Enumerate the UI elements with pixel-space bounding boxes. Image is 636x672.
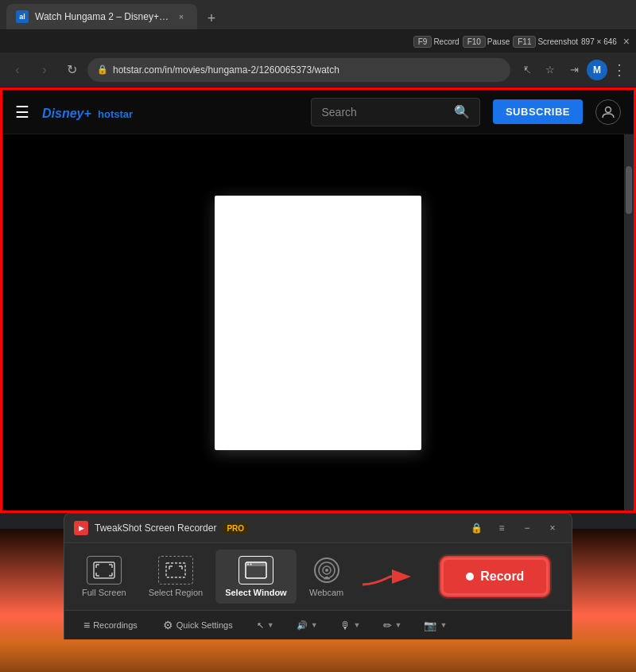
cursor-dropdown-arrow: ▼	[267, 621, 274, 629]
bottom-area: ▶ TweakShot Screen Recorder PRO 🔒 ≡ − ×	[0, 513, 636, 672]
tab-favicon: al	[16, 10, 29, 23]
hotstar-header: ☰ Disney+ hotstar Search 🔍 SUBSCRIBE	[2, 90, 634, 134]
mode-select-window[interactable]: Select Window	[215, 550, 297, 604]
subscribe-button[interactable]: SUBSCRIBE	[493, 99, 583, 124]
url-text: hotstar.com/in/movies/hungama-2/12600653…	[113, 64, 339, 76]
webcam-icon	[309, 556, 344, 585]
scrollbar-thumb[interactable]	[626, 166, 632, 214]
tab-close-btn[interactable]: ×	[175, 10, 188, 23]
recorder-titlebar: ▶ TweakShot Screen Recorder PRO 🔒 ≡ − ×	[64, 514, 572, 543]
recorder-title: TweakShot Screen Recorder	[95, 522, 216, 534]
select-window-label: Select Window	[225, 588, 287, 597]
forward-button[interactable]: ›	[33, 59, 56, 81]
shortcut-f11: F11 Screenshot	[513, 36, 578, 48]
svg-text:Disney+: Disney+	[42, 107, 91, 120]
profile-button[interactable]: M	[587, 60, 607, 80]
camera-dropdown-arrow: ▼	[440, 621, 447, 629]
svg-rect-13	[324, 578, 330, 580]
draw-dropdown-arrow: ▼	[395, 621, 402, 629]
modes-group: Full Screen	[72, 550, 354, 604]
browser-tab[interactable]: al Watch Hungama 2 – Disney+ Ho... ×	[6, 4, 197, 29]
svg-point-7	[247, 564, 249, 565]
tab-bar: al Watch Hungama 2 – Disney+ Ho... × +	[0, 0, 636, 30]
screenshot-shortcut-label: Screenshot	[537, 37, 578, 46]
record-dot-icon	[466, 573, 474, 581]
dimensions-label: 897 × 646	[581, 37, 617, 46]
address-url-bar[interactable]: 🔒 hotstar.com/in/movies/hungama-2/126006…	[87, 58, 510, 82]
lock-icon: 🔒	[97, 64, 108, 75]
user-icon-svg	[602, 106, 615, 118]
record-label: Record	[480, 569, 524, 584]
reload-button[interactable]: ↻	[60, 59, 83, 81]
select-window-icon	[238, 556, 273, 585]
new-tab-button[interactable]: +	[200, 7, 223, 29]
shortcut-bar: F9 Record F10 Pause F11 Screenshot 897 ×…	[0, 30, 636, 52]
video-area	[2, 134, 634, 511]
recordings-button[interactable]: ≡ Recordings	[77, 616, 144, 635]
audio-dropdown[interactable]: 🔊 ▼	[292, 617, 323, 634]
bookmark-button[interactable]: ☆	[539, 59, 561, 81]
website-area: ☰ Disney+ hotstar Search 🔍 SUBSCRIBE	[0, 87, 636, 513]
full-screen-icon-svg	[93, 561, 115, 579]
mode-full-screen[interactable]: Full Screen	[72, 550, 136, 604]
hotstar-logo-svg: Disney+ hotstar	[42, 100, 138, 124]
mic-dropdown[interactable]: 🎙 ▼	[335, 616, 366, 635]
browser-frame: al Watch Hungama 2 – Disney+ Ho... × + F…	[0, 0, 636, 672]
search-bar[interactable]: Search 🔍	[311, 98, 479, 126]
recorder-toolbar: ▶ TweakShot Screen Recorder PRO 🔒 ≡ − ×	[64, 513, 572, 639]
mode-select-region[interactable]: Select Region	[139, 550, 213, 604]
recorder-minimize-btn[interactable]: −	[518, 519, 537, 538]
draw-dropdown[interactable]: ✏ ▼	[378, 616, 407, 635]
recorder-close-btn[interactable]: ×	[543, 519, 562, 538]
back-button[interactable]: ‹	[6, 59, 29, 81]
settings-icon: ⚙	[163, 619, 173, 631]
audio-dropdown-arrow: ▼	[311, 621, 318, 629]
recorder-app-icon: ▶	[74, 521, 88, 535]
full-screen-label: Full Screen	[82, 588, 126, 597]
quick-settings-button[interactable]: ⚙ Quick Settings	[157, 616, 239, 635]
select-region-label: Select Region	[149, 588, 204, 597]
recorder-pro-badge: PRO	[223, 523, 248, 534]
video-placeholder	[215, 196, 421, 450]
quick-settings-label: Quick Settings	[176, 620, 233, 630]
webcam-icon-svg	[317, 561, 336, 580]
draw-icon: ✏	[383, 620, 392, 631]
scrollbar[interactable]	[624, 134, 634, 511]
pause-shortcut-label: Pause	[487, 37, 510, 46]
recorder-lock-btn[interactable]: 🔒	[467, 519, 486, 538]
mic-dropdown-arrow: ▼	[354, 621, 361, 629]
recorder-panel: ▶ TweakShot Screen Recorder PRO 🔒 ≡ − ×	[64, 513, 572, 639]
recordings-icon: ≡	[83, 619, 90, 631]
shortcut-f9: F9 Record	[413, 36, 460, 48]
f9-key: F9	[413, 36, 432, 48]
search-icon[interactable]: 🔍	[454, 104, 470, 119]
full-screen-icon	[87, 556, 122, 585]
svg-point-11	[325, 569, 328, 572]
browser-menu-button[interactable]: ⋮	[609, 61, 630, 79]
shortcut-bar-close[interactable]: ×	[623, 35, 630, 48]
recorder-menu-btn[interactable]: ≡	[492, 519, 511, 538]
svg-point-8	[250, 564, 251, 565]
mic-icon: 🎙	[340, 620, 351, 631]
hotstar-logo: Disney+ hotstar	[42, 100, 138, 124]
webcam-circle-icon	[314, 557, 339, 583]
user-icon[interactable]	[595, 99, 621, 125]
f10-key: F10	[463, 36, 486, 48]
camera-dropdown[interactable]: 📷 ▼	[419, 616, 452, 635]
cursor-dropdown[interactable]: ↖ ▼	[252, 617, 279, 634]
svg-rect-4	[166, 563, 185, 577]
cursor-icon: ↖	[257, 620, 264, 631]
share-button[interactable]: ⭶	[515, 59, 537, 81]
search-placeholder: Search	[321, 106, 356, 118]
tab-search-button[interactable]: ⇥	[563, 59, 585, 81]
hamburger-menu[interactable]: ☰	[15, 103, 29, 122]
svg-point-2	[606, 107, 611, 112]
record-button[interactable]: Record	[441, 557, 549, 596]
f11-key: F11	[513, 36, 536, 48]
recordings-label: Recordings	[93, 620, 138, 630]
shortcut-f10: F10 Pause	[463, 36, 510, 48]
address-actions: ⭶ ☆ ⇥ M ⋮	[515, 59, 630, 81]
webcam-label: Webcam	[309, 588, 343, 597]
tab-title: Watch Hungama 2 – Disney+ Ho...	[35, 11, 169, 22]
mode-webcam[interactable]: Webcam	[300, 550, 354, 604]
